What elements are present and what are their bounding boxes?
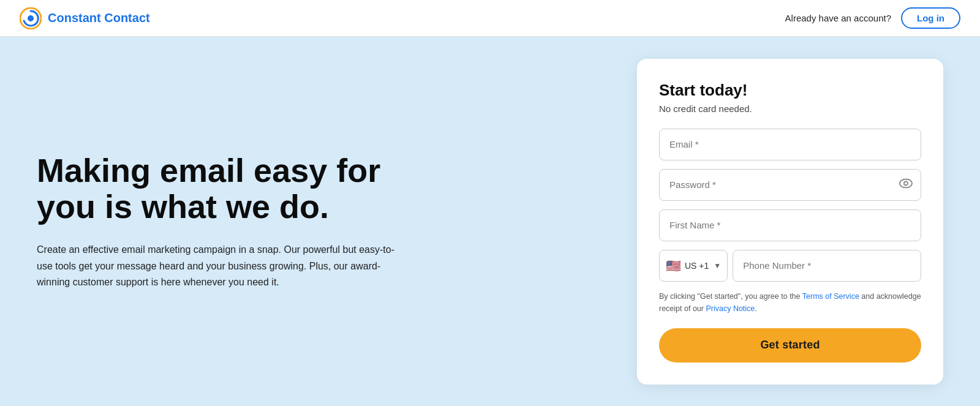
already-have-account-text: Already have an account?: [785, 13, 891, 23]
svg-point-2: [900, 179, 912, 187]
headline: Making email easy for you is what we do.: [37, 152, 410, 225]
header: Constant Contact Already have an account…: [0, 0, 980, 37]
country-selector[interactable]: 🇺🇸 US +1 ▼: [659, 250, 728, 282]
first-name-field[interactable]: [659, 209, 921, 241]
form-subtitle: No credit card needed.: [659, 103, 921, 114]
flag-icon: 🇺🇸: [666, 258, 681, 273]
privacy-notice-link[interactable]: Privacy Notice: [706, 304, 755, 313]
login-button[interactable]: Log in: [901, 7, 960, 29]
terms-of-service-link[interactable]: Terms of Service: [802, 292, 859, 301]
phone-row: 🇺🇸 US +1 ▼: [659, 250, 921, 282]
phone-number-field[interactable]: [733, 250, 921, 282]
svg-point-1: [28, 15, 34, 21]
password-toggle-icon[interactable]: [899, 178, 913, 191]
terms-before-text: By clicking "Get started", you agree to …: [659, 292, 802, 301]
form-title: Start today!: [659, 81, 921, 100]
country-code-text: US +1: [685, 261, 709, 271]
signup-form-card: Start today! No credit card needed. 🇺🇸 U…: [637, 59, 943, 385]
email-field[interactable]: [659, 129, 921, 160]
subtext: Create an effective email marketing camp…: [37, 242, 404, 290]
left-panel: Making email easy for you is what we do.…: [37, 152, 435, 291]
get-started-button[interactable]: Get started: [659, 328, 921, 363]
svg-point-3: [904, 181, 908, 185]
main-content: Making email easy for you is what we do.…: [0, 37, 980, 406]
logo-area: Constant Contact: [20, 7, 150, 29]
chevron-down-icon: ▼: [714, 261, 721, 270]
terms-after-text: .: [755, 304, 756, 313]
password-wrapper: [659, 169, 921, 201]
terms-text: By clicking "Get started", you agree to …: [659, 290, 921, 315]
logo-icon: [20, 7, 42, 29]
header-right: Already have an account? Log in: [785, 7, 960, 29]
logo-text: Constant Contact: [48, 11, 150, 25]
password-field[interactable]: [659, 169, 921, 201]
